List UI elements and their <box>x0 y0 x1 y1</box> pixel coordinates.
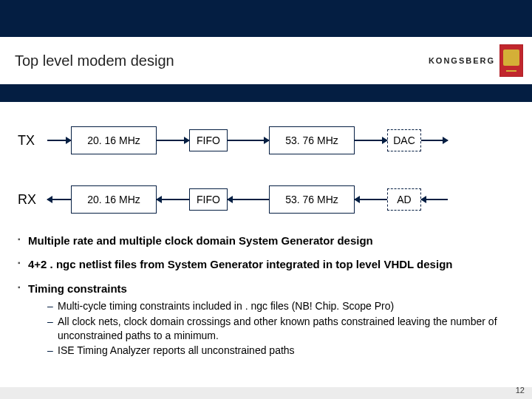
tx-clock2-box: 53. 76 MHz <box>269 126 355 154</box>
brand-emblem-icon <box>499 44 523 77</box>
bullet-2: 4+2 . ngc netlist files from System Gene… <box>18 257 514 272</box>
tx-row: TX 20. 16 MHz FIFO 53. 76 MHz DAC <box>18 120 514 161</box>
tx-dac-box: DAC <box>387 129 421 151</box>
rx-fifo-box: FIFO <box>189 188 228 211</box>
tx-clock1-box: 20. 16 MHz <box>71 126 157 154</box>
arrow-icon <box>355 140 387 141</box>
bottom-strip <box>0 387 532 399</box>
block-diagram: TX 20. 16 MHz FIFO 53. 76 MHz DAC RX 20.… <box>0 102 532 226</box>
tx-fifo-box: FIFO <box>189 129 228 151</box>
rx-row: RX 20. 16 MHz FIFO 53. 76 MHz AD <box>18 179 514 220</box>
bullets: Multiple rate and multiple clock domain … <box>0 226 532 358</box>
bullet-3-label: Timing constraints <box>28 282 127 295</box>
arrow-icon <box>47 140 71 141</box>
bullet-3: Timing constraints Multi-cycle timing co… <box>18 282 514 358</box>
arrow-icon <box>355 199 387 200</box>
arrow-icon <box>228 140 269 141</box>
brand-wordmark: KONGSBERG <box>429 56 495 65</box>
rx-ad-box: AD <box>387 188 421 211</box>
title-band: Top level modem design KONGSBERG <box>0 37 532 84</box>
separator-band <box>0 84 532 102</box>
rx-clock2-box: 53. 76 MHz <box>269 185 355 214</box>
rx-clock1-box: 20. 16 MHz <box>71 185 157 214</box>
brand-logo: KONGSBERG <box>429 44 523 77</box>
arrow-icon <box>228 199 269 200</box>
arrow-icon <box>421 140 448 141</box>
slide-title: Top level modem design <box>15 52 174 69</box>
arrow-icon <box>157 140 189 141</box>
row-label: TX <box>18 133 47 149</box>
page-number: 12 <box>516 386 525 395</box>
sub-bullet: Multi-cycle timing constraints included … <box>47 299 514 313</box>
arrow-icon <box>157 199 189 200</box>
row-label: RX <box>18 192 47 208</box>
arrow-icon <box>47 199 71 200</box>
arrow-icon <box>421 199 448 200</box>
sub-bullet: ISE Timing Analyzer reports all unconstr… <box>47 344 514 358</box>
sub-bullet: All clock nets, clock domain crossings a… <box>47 315 514 343</box>
top-band <box>0 0 532 37</box>
bullet-1: Multiple rate and multiple clock domain … <box>18 233 514 248</box>
